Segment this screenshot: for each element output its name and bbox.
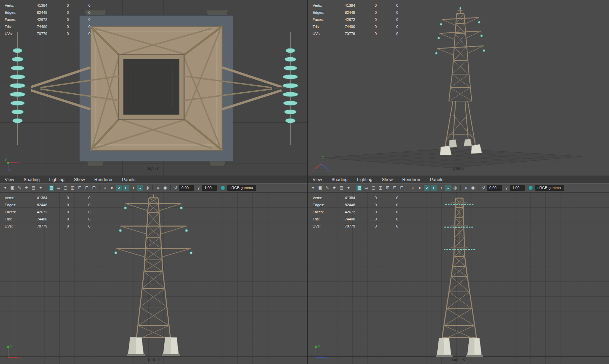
gamma-icon[interactable]: γ: [504, 186, 509, 190]
exposure-icon[interactable]: ↺: [481, 186, 486, 190]
menu-show[interactable]: Show: [74, 177, 85, 182]
hud-row: Edges: 82448 0 0: [313, 9, 398, 16]
menu-panels[interactable]: Panels: [122, 177, 136, 182]
hud-value: 0: [69, 25, 90, 29]
select-camera-icon[interactable]: ▣: [317, 185, 323, 191]
use-all-lights-icon[interactable]: ◐: [123, 185, 129, 191]
bookmark-icon[interactable]: ★: [331, 185, 338, 191]
transmission-tower-model-side[interactable]: [436, 198, 483, 357]
menu-lighting[interactable]: Lighting: [49, 177, 65, 182]
gamma-icon[interactable]: γ: [196, 186, 201, 190]
isolate-select-icon[interactable]: ◉: [162, 185, 168, 191]
safe-action-icon[interactable]: ⊡: [84, 185, 90, 191]
anti-alias-icon[interactable]: ◎: [452, 185, 458, 191]
hud-value: 42672: [28, 210, 47, 214]
hud-value: 0: [69, 32, 90, 36]
wireframe-icon[interactable]: ○: [409, 185, 416, 191]
hud-label: Verts:: [313, 196, 336, 200]
film-gate-icon[interactable]: ▭: [363, 185, 370, 191]
viewport-side[interactable]: Verts: 41384 0 0 Edges: 82448 0 0 Faces:: [308, 192, 609, 364]
pan-zoom-icon[interactable]: +: [345, 185, 352, 191]
exposure-icon[interactable]: ↺: [173, 186, 178, 190]
ambient-occlusion-icon[interactable]: ◒: [137, 185, 143, 191]
hud-value: 70779: [28, 224, 47, 228]
textured-icon[interactable]: ◕: [424, 185, 430, 191]
panel-menu-icon[interactable]: ▾: [310, 185, 316, 191]
panel-toolbar: ▾ ▣ ✎ ★ ▤ + ▦ ▭ ▢: [0, 183, 307, 192]
viewport-front[interactable]: Verts: 41384 0 0 Edges: 82448 0 0 Faces:: [0, 192, 307, 364]
textured-icon[interactable]: ◕: [116, 185, 122, 191]
select-camera-icon[interactable]: ▣: [9, 185, 16, 191]
menu-view[interactable]: View: [5, 177, 14, 182]
shadows-icon[interactable]: ◑: [438, 185, 444, 191]
hud-value: 0: [377, 210, 398, 214]
gamma-field[interactable]: 1.00: [202, 185, 217, 191]
hud-label: UVs:: [313, 224, 336, 228]
gate-mask-icon[interactable]: ◫: [69, 185, 76, 191]
field-chart-icon[interactable]: ⊞: [384, 185, 391, 191]
viewport-top[interactable]: Verts: 41384 0 0 Edges: 82448 0 0 Faces:: [0, 0, 307, 176]
shadows-icon[interactable]: ◑: [130, 185, 136, 191]
gate-mask-icon[interactable]: ◫: [377, 185, 384, 191]
bookmark-icon[interactable]: ★: [23, 185, 30, 191]
menu-lighting[interactable]: Lighting: [357, 177, 373, 182]
ambient-occlusion-icon[interactable]: ◒: [445, 185, 451, 191]
exposure-field[interactable]: 0.00: [179, 185, 194, 191]
safe-title-icon[interactable]: ⊟: [91, 185, 97, 191]
field-chart-icon[interactable]: ⊞: [77, 185, 83, 191]
gamma-field[interactable]: 1.00: [510, 185, 525, 191]
xray-icon[interactable]: ◈: [463, 185, 469, 191]
menu-renderer[interactable]: Renderer: [402, 177, 420, 182]
pan-zoom-icon[interactable]: +: [37, 185, 44, 191]
tower-feet-front: [127, 337, 180, 356]
menu-view[interactable]: View: [313, 177, 322, 182]
axis-y-label: y: [322, 155, 324, 159]
transmission-tower-model-top[interactable]: [22, 16, 285, 161]
hud-row: Verts: 41384 0 0: [313, 2, 398, 9]
hud-value: 0: [69, 10, 90, 14]
safe-title-icon[interactable]: ⊟: [399, 185, 405, 191]
view-transform-icon[interactable]: [221, 186, 225, 190]
exposure-field[interactable]: 0.00: [487, 185, 502, 191]
xray-icon[interactable]: ◈: [155, 185, 161, 191]
transmission-tower-model-persp[interactable]: [435, 7, 485, 155]
insulator-string-right[interactable]: [283, 32, 298, 145]
insulator-string-left[interactable]: [10, 32, 25, 145]
hud-value: 0: [377, 217, 398, 221]
isolate-select-icon[interactable]: ◉: [470, 185, 476, 191]
menu-panels[interactable]: Panels: [430, 177, 443, 182]
resolution-gate-icon[interactable]: ▢: [370, 185, 377, 191]
hud-value: 74400: [336, 217, 355, 221]
view-transform-field[interactable]: sRGB gamma: [535, 185, 564, 191]
transmission-tower-model-front[interactable]: [114, 194, 193, 356]
use-all-lights-icon[interactable]: ◐: [431, 185, 437, 191]
view-transform-field[interactable]: sRGB gamma: [227, 185, 256, 191]
grid-toggle-icon[interactable]: ▦: [356, 185, 362, 191]
camera-attributes-icon[interactable]: ✎: [324, 185, 330, 191]
poly-count-hud: Verts: 41384 0 0 Edges: 82448 0 0 Faces:: [313, 2, 398, 37]
hud-value: 70779: [336, 224, 355, 228]
view-transform-icon[interactable]: [528, 186, 533, 190]
hud-value: 0: [377, 32, 398, 36]
anti-alias-icon[interactable]: ◎: [144, 185, 150, 191]
grid-toggle-icon[interactable]: ▦: [48, 185, 55, 191]
resolution-gate-icon[interactable]: ▢: [62, 185, 69, 191]
camera-attributes-icon[interactable]: ✎: [16, 185, 23, 191]
menu-shading[interactable]: Shading: [24, 177, 40, 182]
image-plane-icon[interactable]: ▤: [30, 185, 37, 191]
image-plane-icon[interactable]: ▤: [338, 185, 345, 191]
hud-value: 70779: [28, 32, 47, 36]
hud-row: Verts: 41384 0 0: [5, 194, 90, 201]
wireframe-icon[interactable]: ○: [102, 185, 108, 191]
menu-show[interactable]: Show: [382, 177, 393, 182]
menu-shading[interactable]: Shading: [331, 177, 348, 182]
safe-action-icon[interactable]: ⊡: [392, 185, 398, 191]
axis-gizmo: y x z: [312, 154, 330, 172]
hud-row: UVs: 70779 0 0: [313, 222, 398, 230]
film-gate-icon[interactable]: ▭: [55, 185, 62, 191]
viewport-persp[interactable]: Verts: 41384 0 0 Edges: 82448 0 0 Faces:: [308, 0, 609, 176]
shaded-icon[interactable]: ●: [416, 185, 423, 191]
panel-menu-icon[interactable]: ▾: [2, 185, 8, 191]
shaded-icon[interactable]: ●: [109, 185, 115, 191]
menu-renderer[interactable]: Renderer: [94, 177, 113, 182]
